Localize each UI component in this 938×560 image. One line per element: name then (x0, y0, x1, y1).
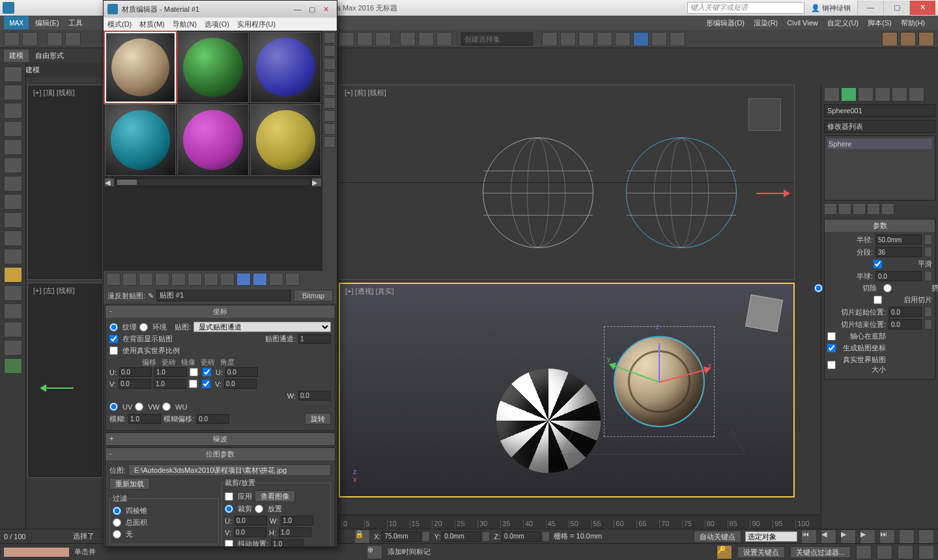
mini-viewport-top[interactable]: [+] [顶] [线框] (27, 85, 103, 280)
pick-icon[interactable]: ✎ (148, 292, 154, 300)
angle-w-spinner[interactable] (298, 391, 331, 400)
setkey-button[interactable]: 设置关键点 (737, 546, 785, 558)
make-unique-button[interactable] (188, 273, 202, 286)
gen-uv-checkbox[interactable] (827, 344, 836, 352)
selection-set-input[interactable] (461, 33, 533, 46)
wu-radio[interactable] (162, 402, 171, 411)
helper-tool-icon[interactable] (4, 231, 22, 246)
radius-spin-buttons[interactable] (924, 234, 932, 245)
smooth-checkbox[interactable] (874, 260, 882, 268)
mini-viewport-left[interactable]: [+] [左] [线框] (27, 283, 103, 478)
checker-sphere-object[interactable] (496, 369, 601, 473)
remove-mod-button[interactable] (867, 203, 880, 215)
sample-scroll-left[interactable]: ◀ (105, 178, 114, 186)
sphere2-tool-icon[interactable] (4, 285, 22, 301)
preview-button[interactable] (324, 97, 335, 109)
show-back-checkbox[interactable] (109, 335, 118, 343)
percent-snap-button[interactable] (436, 32, 452, 46)
sample-slot-4[interactable] (105, 104, 176, 175)
viewcube-icon[interactable] (748, 98, 781, 131)
sample-h-scrollbar[interactable] (115, 178, 311, 186)
key-icon[interactable]: 🔑 (717, 545, 732, 559)
app-menu-icon[interactable]: MAX (4, 16, 29, 29)
show-end-button[interactable] (253, 273, 267, 286)
bitmap-path-button[interactable]: E:\Autodesk3dsMax2010课程项目\素材\拼花.jpg (128, 464, 331, 476)
help-search-input[interactable]: 键入关键字或短语 (687, 2, 804, 14)
select-by-mat-button[interactable] (324, 123, 335, 135)
viewport-perspective[interactable]: [+] [透视] [真实] x y z zx (339, 283, 795, 497)
mat-id-button[interactable] (220, 273, 234, 286)
map-channel-spinner[interactable] (298, 334, 331, 344)
nav3-button[interactable] (898, 545, 913, 559)
schematic-button[interactable] (615, 32, 631, 46)
map-type-button[interactable]: Bitmap (294, 290, 333, 301)
mat-close-button[interactable]: ✕ (319, 5, 333, 14)
timeline-ruler[interactable]: 0 5 10 15 20 25 30 35 40 45 50 55 60 65 … (339, 514, 821, 529)
x-coord-spinner[interactable]: 75.0mm (382, 531, 421, 542)
tile-u-checkbox[interactable] (203, 368, 211, 376)
teapot-icon[interactable] (882, 32, 898, 46)
menu-tools[interactable]: 工具 (68, 18, 83, 28)
camera-tool-icon[interactable] (4, 176, 22, 191)
crop-u-spinner[interactable] (234, 516, 267, 525)
modifier-stack[interactable]: Sphere (824, 135, 935, 201)
undo-button[interactable] (4, 32, 20, 46)
prev-frame-button[interactable]: ◀ (821, 529, 836, 544)
make-copy-button[interactable] (171, 273, 186, 286)
offset-v-spinner[interactable] (119, 379, 151, 389)
offset-u-spinner[interactable] (119, 367, 152, 377)
object-name-input[interactable] (824, 104, 935, 117)
modifier-list-dropdown[interactable]: 修改器列表 (824, 120, 935, 133)
align-button[interactable] (560, 32, 576, 46)
layers-button[interactable] (578, 32, 594, 46)
mat-count-button[interactable] (324, 136, 335, 148)
apply-checkbox[interactable] (225, 492, 233, 501)
y-spin-buttons[interactable] (482, 531, 490, 542)
teapot2-icon[interactable] (900, 32, 916, 46)
nav4-button[interactable] (918, 545, 934, 559)
create-tab[interactable] (824, 87, 840, 102)
z-coord-spinner[interactable]: 0.0mm (502, 531, 541, 542)
x-spin-buttons[interactable] (422, 531, 430, 542)
user-label[interactable]: 👤 钢神绿钢 (811, 3, 851, 13)
slice-from-spinner[interactable]: 0.0 (888, 307, 922, 317)
redo-button[interactable] (22, 32, 38, 46)
crop-v-spinner[interactable] (234, 527, 266, 537)
menu-custom[interactable]: 自定义(U) (827, 18, 859, 28)
slice-to-spinner[interactable]: 0.0 (888, 319, 922, 329)
render-frame-button[interactable] (670, 32, 685, 46)
shape-tool-icon[interactable] (4, 249, 22, 264)
mat-maximize-button[interactable]: ▢ (305, 5, 319, 14)
menu-script[interactable]: 脚本(S) (868, 18, 892, 28)
autokey-button[interactable]: 自动关键点 (694, 531, 741, 542)
tile-v-checkbox[interactable] (202, 380, 210, 388)
backlight-button[interactable] (324, 45, 335, 57)
configure-button[interactable] (881, 203, 894, 215)
place-radio[interactable] (255, 505, 263, 513)
radius-spinner[interactable]: 50.0mm (875, 234, 922, 245)
mat-menu-options[interactable]: 选项(O) (205, 20, 229, 29)
map-name-input[interactable]: 贴图 #1 (156, 290, 291, 301)
scale-button[interactable] (375, 32, 391, 46)
close-button[interactable]: ✕ (909, 1, 935, 15)
modify-tab[interactable] (841, 87, 857, 102)
pyramid-radio[interactable] (113, 507, 121, 515)
go-forward-button[interactable] (285, 273, 300, 286)
utilities-tab[interactable] (909, 87, 924, 102)
mapping-dropdown[interactable]: 显式贴图通道 (193, 322, 331, 332)
render-setup-button[interactable] (651, 32, 667, 46)
time-tag-button[interactable]: ⊕ (367, 545, 382, 559)
light-tool-icon[interactable] (4, 194, 22, 210)
sun-tool-icon[interactable] (4, 267, 22, 283)
menu-civil[interactable]: Civil View (787, 19, 817, 27)
put-to-scene-button[interactable] (122, 273, 137, 286)
sample-slot-3[interactable] (250, 32, 321, 103)
material-editor-button[interactable] (633, 32, 649, 46)
teapot-tool-icon[interactable] (4, 66, 22, 82)
chop-radio[interactable] (814, 284, 823, 292)
mirror-button[interactable] (542, 32, 558, 46)
snap-button[interactable] (400, 32, 416, 46)
crop-h-spinner[interactable] (279, 527, 311, 537)
mat-menu-mode[interactable]: 模式(D) (107, 20, 132, 29)
reload-button[interactable]: 重新加载 (109, 478, 150, 490)
